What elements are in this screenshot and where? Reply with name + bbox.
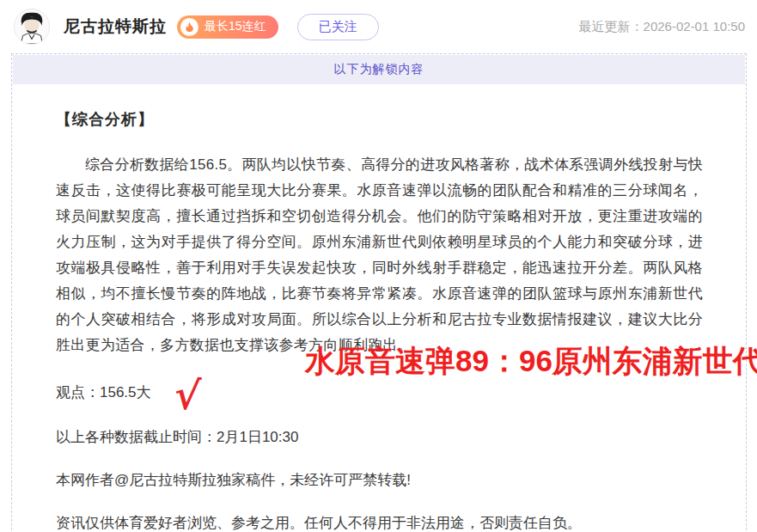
red-checkmark-icon: √ (173, 375, 201, 416)
author-header: 尼古拉特斯拉 最长15连红 已关注 最近更新：2026-02-01 10:50 (0, 0, 757, 53)
unlocked-content-box: 以下为解锁内容 【综合分析】 综合分析数据给156.5。两队均以快节奏、高得分的… (11, 53, 747, 532)
data-cutoff-line: 以上各种数据截止时间：2月1日10:30 (56, 426, 703, 449)
final-score-overlay: 水原音速弹89：96原州东浦新世代 (305, 341, 757, 382)
disclaimer-line: 资讯仅供体育爱好者浏览、参考之用。任何人不得用于非法用途，否则责任自负。 (56, 512, 703, 532)
analysis-paragraph: 综合分析数据给156.5。两队均以快节奏、高得分的进攻风格著称，战术体系强调外线… (56, 152, 703, 358)
copyright-line: 本网作者@尼古拉特斯拉独家稿件，未经许可严禁转载! (56, 469, 703, 492)
article-body: 【综合分析】 综合分析数据给156.5。两队均以快节奏、高得分的进攻风格著称，战… (12, 85, 746, 532)
author-name: 尼古拉特斯拉 (64, 15, 167, 38)
streak-badge-label: 最长15连红 (205, 19, 266, 34)
viewpoint-text: 观点：156.5大 (56, 384, 151, 401)
viewpoint-row: 观点：156.5大 √ (56, 380, 703, 406)
streak-badge: 最长15连红 (177, 15, 278, 39)
portrait-icon (15, 9, 49, 44)
section-title: 【综合分析】 (56, 109, 703, 130)
avatar[interactable] (14, 9, 50, 45)
unlock-banner: 以下为解锁内容 (13, 55, 745, 84)
flame-icon (180, 18, 198, 36)
last-update-time: 最近更新：2026-02-01 10:50 (579, 19, 745, 35)
followed-button[interactable]: 已关注 (297, 14, 379, 40)
